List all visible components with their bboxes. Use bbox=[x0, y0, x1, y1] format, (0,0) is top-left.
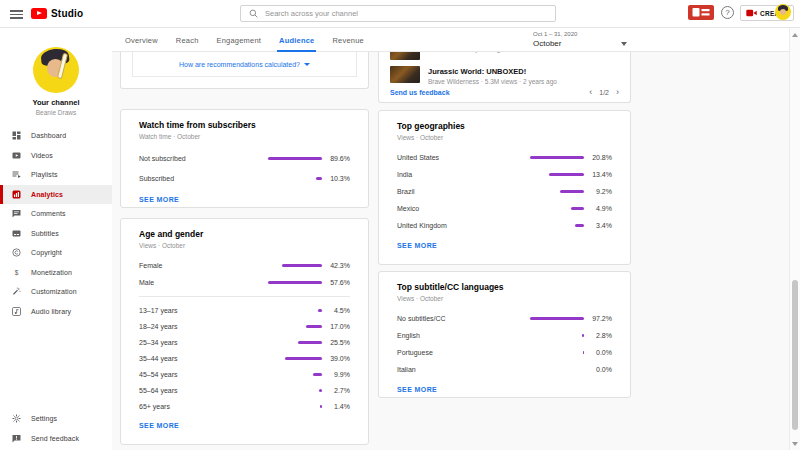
top-subtitle-cc-languages-card: Top subtitle/CC languages Views · Octobe… bbox=[378, 271, 631, 398]
sidebar-item-settings[interactable]: Settings bbox=[0, 409, 112, 429]
video-row-partial[interactable]: 12.5M views · 2 years ago bbox=[390, 52, 619, 60]
sidebar-item-playlists[interactable]: Playlists bbox=[0, 165, 112, 185]
chart-bar-track bbox=[268, 389, 322, 392]
see-more-link[interactable]: SEE MORE bbox=[397, 386, 437, 393]
hamburger-menu-icon[interactable] bbox=[10, 10, 23, 19]
age-and-gender-card: Age and gender Views · October Female42.… bbox=[120, 218, 369, 445]
vertical-scrollbar bbox=[789, 28, 800, 450]
chart-bar bbox=[282, 264, 322, 267]
sidebar-item-audio-library[interactable]: Audio library bbox=[0, 302, 112, 322]
tab-engagement[interactable]: Engagement bbox=[208, 28, 271, 52]
sidebar-item-monetization[interactable]: $Monetization bbox=[0, 263, 112, 283]
youtube-studio-logo[interactable]: Studio bbox=[31, 8, 83, 19]
chart-row-label: 65+ years bbox=[139, 403, 268, 410]
chart-row-label: Italian bbox=[397, 366, 530, 373]
scroll-down-arrow[interactable] bbox=[790, 438, 800, 449]
search-input[interactable] bbox=[265, 9, 547, 18]
sidebar-menu: DashboardVideosPlaylistsAnalyticsComment… bbox=[0, 126, 112, 321]
scroll-up-arrow[interactable] bbox=[790, 29, 800, 40]
chart-bar-track bbox=[268, 341, 322, 344]
chart-bar-track bbox=[530, 190, 584, 193]
chart-bar bbox=[316, 177, 322, 180]
next-page-icon[interactable]: › bbox=[616, 88, 619, 97]
copyright-icon bbox=[11, 248, 21, 258]
chart-bar-track bbox=[268, 177, 322, 180]
sidebar-item-customization[interactable]: Customization bbox=[0, 282, 112, 302]
chart-bar-track bbox=[530, 334, 584, 337]
video-rows: Jurassic World: UNBOXED!Brave Wilderness… bbox=[390, 66, 619, 85]
see-more-link[interactable]: SEE MORE bbox=[139, 422, 179, 429]
search-box[interactable] bbox=[240, 5, 556, 22]
chart-bar bbox=[298, 341, 322, 344]
chart-row-not-subscribed: Not subscribed89.6% bbox=[139, 148, 350, 168]
chart-row-english: English2.8% bbox=[397, 327, 612, 344]
search-icon bbox=[249, 9, 258, 18]
sidebar-item-copyright[interactable]: Copyright bbox=[0, 243, 112, 263]
chart-row-value: 0.0% bbox=[588, 366, 612, 373]
chart-bar-track bbox=[268, 405, 322, 408]
chart-row-label: Male bbox=[139, 279, 268, 286]
chart-row-value: 3.4% bbox=[588, 222, 612, 229]
chart-row-label: 45–54 years bbox=[139, 371, 268, 378]
feedback-icon bbox=[11, 433, 21, 443]
sidebar-item-label: Monetization bbox=[31, 269, 72, 276]
videos-card-footer: Send us feedback ‹ 1/2 › bbox=[390, 88, 619, 97]
account-avatar[interactable] bbox=[775, 4, 791, 20]
chart-row-label: Subscribed bbox=[139, 175, 268, 182]
chart-row-35-44-years: 35–44 years39.0% bbox=[139, 350, 350, 366]
card-title: Watch time from subscribers bbox=[139, 120, 350, 130]
chart-row-13-17-years: 13–17 years4.5% bbox=[139, 302, 350, 318]
chart-row-mexico: Mexico4.9% bbox=[397, 200, 612, 217]
video-thumbnail bbox=[390, 52, 420, 60]
sidebar-item-label: Settings bbox=[31, 415, 57, 422]
recommendations-card: How are recommendations calculated? bbox=[120, 52, 369, 89]
tab-reach[interactable]: Reach bbox=[167, 28, 208, 52]
monetization-icon: $ bbox=[11, 267, 21, 277]
settings-icon bbox=[11, 414, 21, 424]
extension-badge-icon[interactable] bbox=[688, 5, 714, 20]
chart-row-value: 97.2% bbox=[588, 315, 612, 322]
sidebar-item-label: Send feedback bbox=[31, 435, 79, 442]
chart-bar bbox=[571, 207, 584, 210]
chart-row-value: 0.0% bbox=[588, 349, 612, 356]
video-title: Jurassic World: UNBOXED! bbox=[428, 67, 557, 76]
date-range-picker[interactable]: Oct 1 – 31, 2020 October bbox=[533, 31, 631, 51]
chart-row-value: 9.9% bbox=[326, 371, 350, 378]
chart-row-value: 89.6% bbox=[326, 155, 350, 162]
tab-overview[interactable]: Overview bbox=[116, 28, 167, 52]
chart-row-label: 13–17 years bbox=[139, 307, 268, 314]
help-icon[interactable]: ? bbox=[721, 6, 734, 19]
sidebar-item-subtitles[interactable]: Subtitles bbox=[0, 224, 112, 244]
sidebar-item-videos[interactable]: Videos bbox=[0, 146, 112, 166]
recommendations-link[interactable]: How are recommendations calculated? bbox=[179, 61, 300, 68]
tab-revenue[interactable]: Revenue bbox=[323, 28, 372, 52]
sidebar-item-dashboard[interactable]: Dashboard bbox=[0, 126, 112, 146]
video-thumbnail bbox=[390, 66, 420, 83]
previous-page-icon[interactable]: ‹ bbox=[589, 88, 592, 97]
send-feedback-link[interactable]: Send us feedback bbox=[390, 89, 450, 96]
chart-bar-track bbox=[268, 325, 322, 328]
date-range-label: Oct 1 – 31, 2020 bbox=[533, 31, 631, 37]
chart-rows: Not subscribed89.6%Subscribed10.3% bbox=[139, 148, 350, 188]
card-title: Top geographies bbox=[397, 121, 612, 131]
sidebar-item-label: Audio library bbox=[31, 308, 71, 315]
tab-audience[interactable]: Audience bbox=[270, 28, 323, 52]
chart-row-united-states: United States20.8% bbox=[397, 149, 612, 166]
sidebar-item-comments[interactable]: Comments bbox=[0, 204, 112, 224]
see-more-link[interactable]: SEE MORE bbox=[397, 242, 437, 249]
chart-row-label: Mexico bbox=[397, 205, 530, 212]
see-more-link[interactable]: SEE MORE bbox=[139, 196, 179, 203]
channel-title: Your channel bbox=[0, 98, 112, 107]
video-text: Jurassic World: UNBOXED!Brave Wilderness… bbox=[428, 66, 557, 85]
chart-row-italian: Italian0.0% bbox=[397, 361, 612, 378]
chart-bar-track bbox=[268, 357, 322, 360]
chart-row-label: English bbox=[397, 332, 530, 339]
chart-bar bbox=[549, 173, 584, 176]
scrollbar-thumb[interactable] bbox=[792, 280, 798, 430]
sidebar-item-send-feedback[interactable]: Send feedback bbox=[0, 429, 112, 449]
sidebar-item-analytics[interactable]: Analytics bbox=[0, 185, 112, 205]
chart-row-label: United Kingdom bbox=[397, 222, 530, 229]
recommendations-panel: How are recommendations calculated? bbox=[132, 52, 357, 77]
chart-row-label: Brazil bbox=[397, 188, 530, 195]
video-row[interactable]: Jurassic World: UNBOXED!Brave Wilderness… bbox=[390, 66, 619, 85]
